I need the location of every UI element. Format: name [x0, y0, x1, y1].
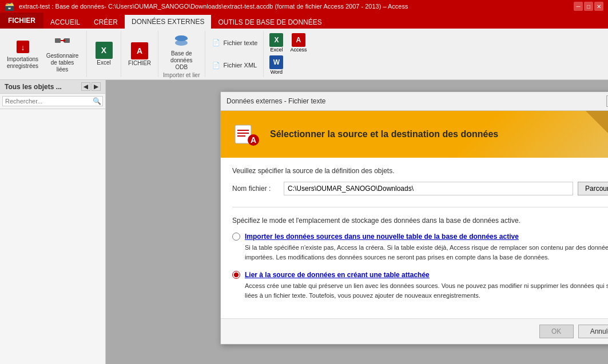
svg-text:↓: ↓ — [21, 43, 25, 52]
svg-rect-12 — [237, 135, 245, 137]
storage-label: Spécifiez le mode et l'emplacement de st… — [232, 217, 608, 225]
radio-lier-desc: Access crée une table qui préserve un li… — [245, 281, 608, 300]
importations-label: Importationsenregistrées — [7, 56, 38, 70]
svg-point-8 — [175, 40, 188, 46]
export-excel-btn[interactable]: X Excel — [267, 32, 285, 54]
gestionnaire-icon — [53, 34, 71, 53]
fichier-texte-icon: 📄 — [211, 38, 221, 48]
ribbon-body: ↓ Importationsenregistrées Gestionnaired… — [0, 29, 608, 80]
ribbon-group-access: A FICHIER — [121, 31, 158, 77]
gestionnaire-label: Gestionnairede tables liées — [45, 53, 80, 73]
window-controls: ─ □ ✕ — [574, 2, 603, 11]
access-ribbon-label: FICHIER — [128, 60, 151, 67]
title-bar: 🗃️ extract-test : Base de données- C:\Us… — [0, 0, 608, 13]
export-word-btn[interactable]: W Word — [267, 54, 285, 76]
odbc-icon — [172, 32, 190, 50]
dialog-title: Données externes - Fichier texte — [226, 97, 325, 105]
ok-button[interactable]: OK — [539, 325, 574, 338]
excel-btn[interactable]: X Excel — [93, 40, 116, 67]
ribbon-tabs: FICHIER ACCUEIL CRÉER DONNÉES EXTERNES O… — [0, 13, 608, 29]
access-ribbon-icon: A — [130, 42, 149, 60]
search-input[interactable] — [2, 96, 103, 106]
importations-btn[interactable]: ↓ Importationsenregistrées — [5, 37, 41, 71]
svg-rect-7 — [175, 38, 188, 39]
odbc-btn[interactable]: Base dedonnées ODB — [164, 31, 200, 72]
tab-donnees-externes[interactable]: DONNÉES EXTERNES — [125, 15, 211, 29]
svg-rect-2 — [55, 38, 61, 43]
sidebar-nav-left[interactable]: ◀ — [81, 82, 90, 91]
search-icon: 🔍 — [93, 97, 101, 105]
browse-button[interactable]: Parcourir... — [578, 182, 608, 195]
dialog-banner-title: Sélectionner la source et la destination… — [270, 129, 498, 139]
fichier-xml-icon: 📄 — [211, 60, 221, 70]
sidebar-header: Tous les objets ... ◀ ▶ — [0, 80, 105, 94]
banner-decoration — [586, 111, 608, 158]
export-access-label: Access — [290, 47, 307, 53]
dialog-footer: OK Annuler — [221, 318, 608, 344]
cancel-button[interactable]: Annuler — [578, 325, 608, 338]
radio-lier[interactable] — [232, 271, 240, 279]
export-word-label: Word — [271, 69, 283, 75]
section-label: Veuillez spécifier la source de la défin… — [232, 167, 608, 175]
field-label: Nom fichier : — [232, 185, 284, 193]
ribbon-group-odbc: Base dedonnées ODB Importer et lier — [158, 31, 205, 77]
radio-option-importer: Importer les données sources dans une no… — [232, 233, 608, 262]
importations-icon: ↓ — [14, 38, 32, 56]
dialog-titlebar: Données externes - Fichier texte ? ✕ — [221, 92, 608, 111]
svg-rect-11 — [237, 133, 249, 134]
export-excel-label: Excel — [270, 47, 283, 53]
filepath-input[interactable] — [284, 182, 573, 195]
radio-importer-desc: Si la table spécifiée n'existe pas, Acce… — [245, 243, 608, 262]
radio-importer[interactable] — [232, 233, 240, 241]
fichier-texte-label: Fichier texte — [224, 39, 258, 46]
window-title: extract-test : Base de données- C:\Users… — [19, 3, 408, 10]
dialog-body: Veuillez spécifier la source de la défin… — [221, 158, 608, 318]
excel-label: Excel — [97, 59, 110, 66]
export-access-btn[interactable]: A Access — [288, 32, 309, 54]
radio-lier-label[interactable]: Lier à la source de données en créant un… — [245, 271, 430, 279]
excel-icon: X — [95, 41, 113, 59]
ribbon-group-importations: ↓ Importationsenregistrées Gestionnaired… — [0, 31, 87, 77]
main-area: Tous les objets ... ◀ ▶ 🔍 Données extern… — [0, 80, 608, 364]
sidebar-title: Tous les objets ... — [5, 83, 62, 91]
radio-importer-label[interactable]: Importer les données sources dans une no… — [245, 233, 519, 241]
importer-lier-label: Importer et lier — [163, 72, 200, 79]
maximize-button[interactable]: □ — [584, 2, 593, 11]
svg-text:A: A — [251, 135, 256, 145]
fichier-xml-label: Fichier XML — [224, 62, 257, 69]
gestionnaire-btn[interactable]: Gestionnairede tables liées — [43, 33, 82, 74]
radio-option-lier: Lier à la source de données en créant un… — [232, 271, 608, 300]
minimize-button[interactable]: ─ — [574, 2, 583, 11]
ribbon-group-excel: X Excel — [87, 31, 121, 77]
dialog: Données externes - Fichier texte ? ✕ — [220, 91, 608, 345]
access-ribbon-btn[interactable]: A FICHIER — [126, 41, 153, 68]
tab-creer[interactable]: CRÉER — [87, 16, 125, 29]
fichier-texte-btn[interactable]: 📄 Fichier texte — [209, 37, 260, 49]
tab-outils[interactable]: OUTILS DE BASE DE DONNÉES — [211, 16, 328, 29]
svg-rect-10 — [237, 130, 249, 131]
odbc-label: Base dedonnées ODB — [166, 50, 197, 71]
tab-fichier[interactable]: FICHIER — [0, 13, 43, 29]
sidebar: Tous les objets ... ◀ ▶ 🔍 — [0, 80, 106, 364]
content-area: Données externes - Fichier texte ? ✕ — [106, 80, 608, 364]
export-word-icon: W — [269, 55, 283, 69]
banner-icon: A — [232, 120, 261, 149]
field-row: Nom fichier : Parcourir... — [232, 182, 608, 195]
close-button[interactable]: ✕ — [594, 2, 603, 11]
sidebar-nav-right[interactable]: ▶ — [92, 82, 101, 91]
export-group: X Excel A Access W Word — [263, 31, 312, 77]
separator — [232, 207, 608, 207]
app-icon: 🗃️ — [5, 2, 14, 11]
fichier-xml-btn[interactable]: 📄 Fichier XML — [209, 59, 260, 71]
export-access-icon: A — [292, 33, 305, 47]
title-bar-left: 🗃️ extract-test : Base de données- C:\Us… — [5, 2, 408, 11]
tab-accueil[interactable]: ACCUEIL — [43, 16, 87, 29]
dialog-banner: A Sélectionner la source et la destinati… — [221, 111, 608, 158]
ribbon-small-group: 📄 Fichier texte 📄 Fichier XML — [205, 31, 264, 77]
sidebar-search-area: 🔍 — [0, 94, 105, 109]
export-excel-icon: X — [269, 33, 283, 47]
